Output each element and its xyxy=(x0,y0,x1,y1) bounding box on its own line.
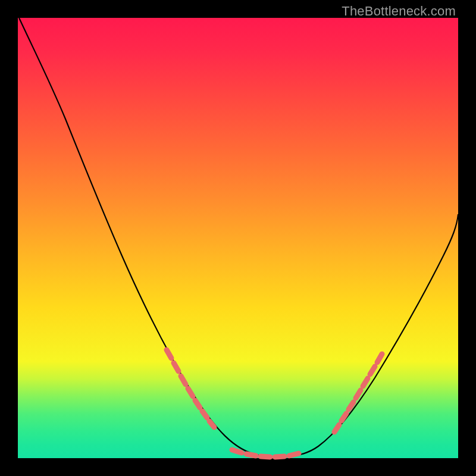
plot-area xyxy=(18,18,458,458)
dash xyxy=(261,456,270,457)
dash xyxy=(232,450,242,453)
bottleneck-curve xyxy=(19,18,458,457)
dash xyxy=(202,411,207,418)
dash xyxy=(356,390,361,398)
dash xyxy=(363,378,368,386)
dash xyxy=(370,367,375,374)
dash xyxy=(174,363,178,371)
dash xyxy=(195,400,200,408)
curve-svg xyxy=(18,18,458,458)
dash xyxy=(275,456,284,457)
watermark-text: TheBottleneck.com xyxy=(342,4,456,19)
dash xyxy=(209,421,214,427)
dash xyxy=(181,376,186,384)
chart-frame: TheBottleneck.com xyxy=(0,0,476,476)
dash xyxy=(167,350,171,358)
dash xyxy=(334,425,339,432)
dash xyxy=(377,354,382,362)
dash xyxy=(289,453,299,456)
dash xyxy=(188,389,193,396)
dash xyxy=(246,454,256,456)
highlight-dashes xyxy=(167,350,382,457)
dash xyxy=(349,402,353,409)
